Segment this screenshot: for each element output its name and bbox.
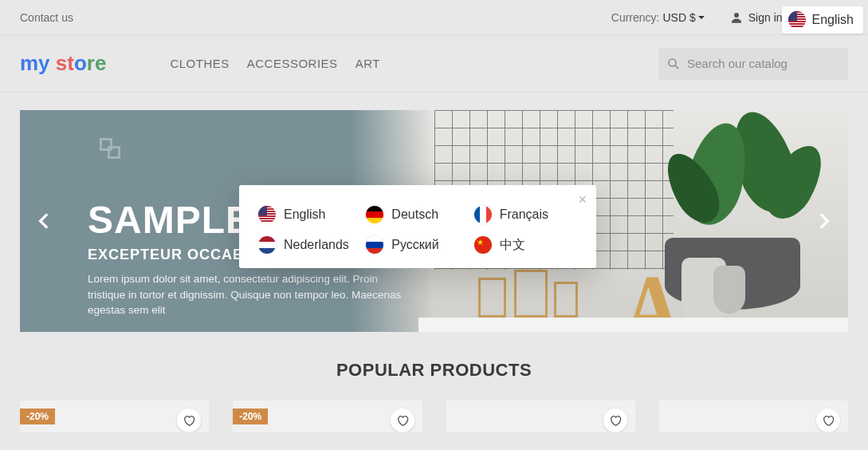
heart-icon xyxy=(183,414,195,427)
language-option-english[interactable]: English xyxy=(258,206,361,223)
language-option-deutsch[interactable]: Deutsch xyxy=(366,206,469,223)
language-option-label: Deutsch xyxy=(391,207,438,222)
hero-body: Lorem ipsum dolor sit amet, consectetur … xyxy=(88,271,407,318)
svg-point-3 xyxy=(669,59,676,66)
hero-decor-squares xyxy=(100,138,125,164)
product-card[interactable]: -20% xyxy=(20,401,209,432)
flag-ru-icon xyxy=(366,236,383,254)
currency-label: Currency: xyxy=(611,11,660,24)
discount-badge: -20% xyxy=(20,409,55,424)
language-option-label: 中文 xyxy=(500,237,525,254)
currency-selector[interactable]: Currency: USD $ xyxy=(611,11,705,24)
language-option-label: Nederlands xyxy=(284,238,349,252)
wishlist-button[interactable] xyxy=(391,409,414,432)
wishlist-button[interactable] xyxy=(603,409,627,432)
search-icon xyxy=(666,57,681,71)
wishlist-button[interactable] xyxy=(816,409,840,432)
chevron-left-icon xyxy=(34,211,55,231)
product-card[interactable] xyxy=(446,401,635,432)
language-option-label: English xyxy=(284,207,325,222)
nav-links: CLOTHES ACCESSORIES ART xyxy=(170,57,379,70)
close-icon: × xyxy=(578,191,587,207)
heart-icon xyxy=(822,414,835,427)
svg-line-4 xyxy=(675,65,678,69)
heart-icon xyxy=(609,414,622,427)
chevron-down-icon xyxy=(697,14,705,22)
discount-badge: -20% xyxy=(233,409,268,424)
products-row: -20% -20% xyxy=(0,401,868,432)
signin-label: Sign in xyxy=(748,11,783,24)
flag-fr-icon xyxy=(474,206,492,223)
language-option-nederlands[interactable]: Nederlands xyxy=(258,236,361,254)
language-option-label: Français xyxy=(500,207,548,222)
search-input[interactable] xyxy=(687,57,840,70)
language-switcher[interactable]: English xyxy=(782,6,863,34)
search-box[interactable] xyxy=(658,48,848,80)
nav-item-art[interactable]: ART xyxy=(355,57,380,70)
chevron-right-icon xyxy=(813,211,834,231)
heart-icon xyxy=(396,414,409,427)
flag-de-icon xyxy=(366,206,383,223)
contact-link[interactable]: Contact us xyxy=(20,11,73,24)
top-bar: Contact us Currency: USD $ Sign in Cart xyxy=(0,0,868,35)
flag-us-icon xyxy=(258,206,276,223)
language-option-label: Русский xyxy=(391,238,438,252)
popular-products-heading: POPULAR PRODUCTS xyxy=(0,360,868,381)
product-card[interactable]: -20% xyxy=(233,401,422,432)
currency-value: USD $ xyxy=(663,11,696,24)
store-logo[interactable]: my store xyxy=(20,51,106,76)
close-button[interactable]: × xyxy=(578,191,587,208)
language-option-chinese[interactable]: 中文 xyxy=(474,236,577,254)
product-card[interactable] xyxy=(659,401,848,432)
language-modal: × English Deutsch Français Nederlands Ру… xyxy=(239,185,596,268)
nav-item-clothes[interactable]: CLOTHES xyxy=(170,57,229,70)
carousel-prev[interactable] xyxy=(29,206,60,236)
flag-cn-icon xyxy=(474,236,492,254)
signin-link[interactable]: Sign in xyxy=(729,10,783,25)
svg-point-0 xyxy=(734,13,739,18)
carousel-next[interactable] xyxy=(808,206,839,236)
flag-us-icon xyxy=(788,11,806,29)
wishlist-button[interactable] xyxy=(177,409,201,432)
language-option-francais[interactable]: Français xyxy=(474,206,577,223)
main-nav: my store CLOTHES ACCESSORIES ART xyxy=(0,35,868,93)
flag-nl-icon xyxy=(258,236,276,254)
language-option-russian[interactable]: Русский xyxy=(366,236,469,254)
language-current-label: English xyxy=(812,13,854,27)
nav-item-accessories[interactable]: ACCESSORIES xyxy=(247,57,338,70)
person-icon xyxy=(729,10,744,25)
